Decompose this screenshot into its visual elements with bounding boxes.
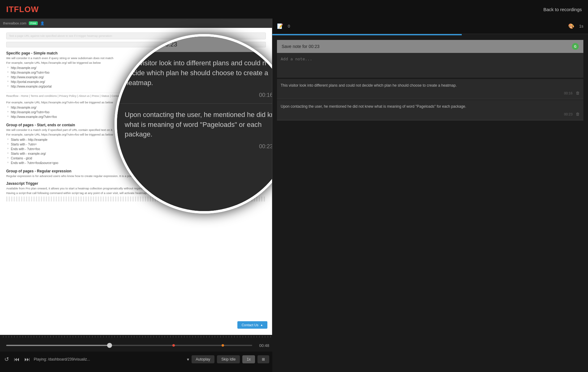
app-logo: ITFLOW [6, 5, 39, 14]
timeline: 00:48 [0, 339, 272, 352]
note-card-1-body: This visitor look into different plans a… [281, 83, 580, 88]
section2-info: For example, sample URL https://example.… [6, 101, 266, 104]
top-bar: ITFLOW Back to recordings [0, 0, 588, 19]
now-playing-dropdown[interactable]: ▾ [187, 357, 189, 362]
s3-bullet-3: Ends with - ?utm=foo [6, 147, 266, 151]
save-note-header: Save note for 00:23 G [277, 40, 583, 53]
test-url-placeholder: Test a page URL against rule specified a… [9, 34, 113, 37]
test-url-section: Test a page URL against rule specified a… [6, 32, 266, 47]
skip-idle-button[interactable]: Skip Idle [217, 355, 240, 363]
back-to-recordings-link[interactable]: Back to recordings [543, 7, 582, 12]
skip-start-button[interactable]: ⏮ [13, 355, 21, 364]
bullet-2: http://example.org/?utm=foo [6, 70, 266, 75]
layout-button[interactable]: ⊞ [257, 355, 269, 363]
specific-page-title: Specific page - Simple match [6, 51, 266, 55]
specific-page-desc: We will consider it a match even if quer… [6, 56, 266, 60]
timeline-marker-red [172, 344, 175, 347]
right-panel-toolbar: 📝 0 🎨 1s [272, 19, 588, 34]
speed-display: 1s [579, 24, 583, 28]
specific-page-section: Specific page - Simple match We will con… [6, 51, 266, 89]
group-pages-section: Group of pages - Start, ends or contain … [6, 123, 266, 165]
s3-bullet-4: Starts with - example.org/ [6, 151, 266, 156]
bullet-1: http://example.org/ [6, 66, 266, 70]
timeline-thumb[interactable] [107, 343, 112, 348]
autoplay-button[interactable]: Autoplay [192, 355, 215, 363]
site-top-bar: therealbox.com Free 👤 [0, 19, 272, 28]
note-card-1-time: 00:16 [564, 91, 573, 95]
group-pages-title: Group of pages - Start, ends or contain [6, 123, 266, 127]
note-card-2-meta: 00:23 🗑 [281, 112, 580, 116]
timeline-bar[interactable] [6, 345, 252, 346]
js-trigger-desc: Available from Pro plan onward, it allow… [6, 187, 266, 190]
note-card-1-meta: 00:16 🗑 [281, 91, 580, 95]
note-card-1: This visitor look into different plans a… [277, 79, 583, 99]
s3-bullet-6: Ends with - ?utm=foo&source=goo [6, 161, 266, 165]
site-domain: therealbox.com [3, 21, 26, 25]
bullet-4: http://portal.example.org/ [6, 80, 266, 84]
main-area: therealbox.com Free 👤 Test a page URL ag… [0, 19, 588, 335]
timeline-progress [6, 345, 110, 346]
notes-count: 0 [288, 24, 290, 28]
timeline-marker-orange [222, 344, 224, 347]
bullet-5: http://www.example.org/portal [6, 84, 266, 89]
notes-area: Save note for 00:23 G This visitor look … [272, 35, 588, 335]
regex-title: Group of pages - Regular expression [6, 169, 266, 173]
free-badge: Free [29, 21, 38, 25]
note-card-2-delete[interactable]: 🗑 [576, 112, 580, 116]
contact-us-button[interactable]: Contact Us ▲ [237, 321, 267, 329]
js-trigger-info: Having a script that call following comm… [6, 191, 266, 195]
bullet-3: http://www.example.org/ [6, 75, 266, 80]
timeline-ticks [0, 335, 272, 339]
group-pages-desc: We will consider it a match only if spec… [6, 128, 266, 132]
note-card-2-body: Upon contacting the user, he mentioned h… [281, 104, 580, 109]
test-url-bar[interactable]: Test a page URL against rule specified a… [6, 32, 266, 39]
note-card-2-time: 00:23 [564, 112, 573, 116]
note-textarea[interactable] [277, 53, 583, 78]
specific-page-info: For example, sample URL https://example.… [6, 61, 266, 64]
skip-end-button[interactable]: ⏭ [23, 355, 31, 364]
bottom-controls: 00:48 ↺ ⏮ ⏭ Playing: /dashboard/239/visu… [0, 335, 272, 372]
site-user-icon: 👤 [40, 21, 45, 25]
save-note-header-title: Save note for 00:23 [282, 44, 319, 49]
replay-button[interactable]: ↺ [3, 355, 10, 364]
recorded-content: therealbox.com Free 👤 Test a page URL ag… [0, 19, 272, 335]
speed-button[interactable]: 1x [242, 355, 255, 363]
page-content: Test a page URL against rule specified a… [0, 28, 272, 335]
regex-section: Group of pages - Regular expression Regu… [6, 169, 266, 178]
s2-bullet-1: http://example.org/ [6, 105, 266, 110]
note-card-2: Upon contacting the user, he mentioned h… [277, 100, 583, 120]
footer-links: Reactflow - Home | Terms and conditions … [6, 93, 266, 97]
grammarly-btn: G [572, 43, 579, 50]
regex-desc: Regular expression is for advanced users… [6, 174, 266, 178]
js-trigger-title: Javascript Trigger [6, 181, 266, 186]
contact-us-label: Contact Us [242, 323, 258, 327]
s2-bullet-3: http://www.example.org/?utm=foo [6, 115, 266, 119]
playback-controls: ↺ ⏮ ⏭ Playing: /dashboard/239/visualiz..… [0, 352, 272, 367]
time-display: 00:48 [255, 343, 269, 348]
palette-icon: 🎨 [568, 23, 574, 29]
s3-bullet-5: Contains - glcid [6, 156, 266, 161]
s3-bullet-1: Starts with - http://example [6, 137, 266, 142]
dropdown-arrow-icon: ▲ [260, 323, 263, 327]
s2-bullet-2: http://example.org/?utm=foo [6, 110, 266, 115]
section2: For example, sample URL https://example.… [6, 101, 266, 119]
logo-prefix: I [6, 5, 9, 14]
group-pages-info: For example, sample URL https://example.… [6, 133, 266, 136]
right-panel: 📝 0 🎨 1s Save note for 00:23 G This visi… [272, 19, 588, 335]
left-panel: therealbox.com Free 👤 Test a page URL ag… [0, 19, 272, 335]
notes-icon: 📝 [277, 23, 283, 29]
dotted-line [6, 197, 266, 201]
js-trigger-section: Javascript Trigger Available from Pro pl… [6, 181, 266, 201]
now-playing-label: Playing: /dashboard/239/visualiz... [34, 357, 184, 361]
note-card-1-delete[interactable]: 🗑 [576, 91, 580, 95]
s3-bullet-2: Starts with - ?utm= [6, 142, 266, 147]
